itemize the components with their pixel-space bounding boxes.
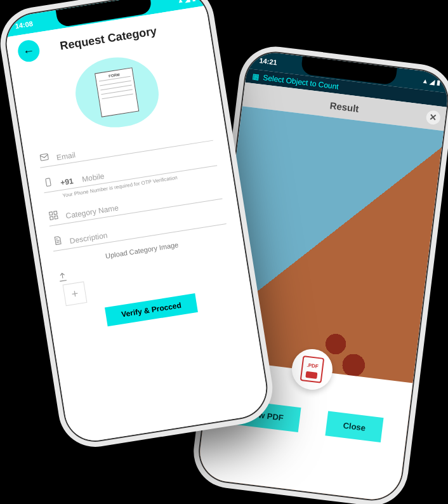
request-category-screen: ← Request Category FORM Email +91 [5,6,270,445]
status-time: 14:21 [259,56,277,66]
add-image-button[interactable]: + [63,281,88,306]
close-icon[interactable]: ✕ [425,110,441,126]
phone-icon [42,176,55,190]
form-illustration: FORM [70,51,163,133]
mobile-prefix: +91 [60,176,74,187]
grid-icon [47,209,60,223]
form-icon: FORM [95,67,139,117]
pdf-icon [300,355,325,383]
qr-icon: ▦ [252,72,260,81]
upload-icon[interactable] [56,271,69,285]
svg-rect-4 [50,216,53,220]
svg-rect-1 [46,178,51,187]
mail-icon [38,151,51,165]
verify-proceed-button[interactable]: Verify & Procced [105,293,197,326]
svg-rect-5 [55,216,58,219]
plus-icon: + [70,286,79,300]
status-time: 14:08 [15,20,34,30]
status-icons: ▲ ◢ ▮ [176,0,196,4]
form-fields: Email +91 Mobile Your Phone Number is re… [23,116,240,254]
svg-rect-2 [49,212,52,215]
status-icons: ▲ ◢ ▮ [422,77,442,86]
svg-rect-3 [54,211,57,215]
phone-request-category: 14:08 ▲ ◢ ▮ ← Request Category FORM Emai… [3,0,270,445]
result-title: Result [329,100,360,114]
close-button[interactable]: Close [326,411,384,442]
document-icon [51,235,64,249]
